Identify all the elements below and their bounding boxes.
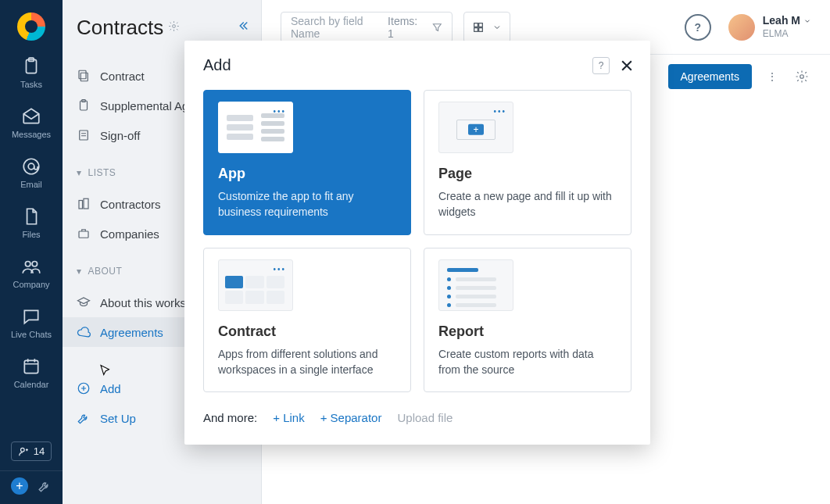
upload-file-button[interactable]: Upload file [397,411,453,424]
person-plus-icon [18,446,29,457]
svg-point-7 [20,448,24,452]
modal-help-button[interactable]: ? [592,57,610,74]
add-separator-button[interactable]: + Separator [320,411,382,424]
calendar-icon [21,356,41,377]
card-title: Page [438,166,617,182]
card-contract[interactable]: ••• Contract Apps from different solutio… [203,248,411,393]
wrench-icon[interactable] [38,479,52,493]
card-title: App [218,166,396,182]
user-name: Leah M [763,14,800,28]
more-menu[interactable]: ⋮ [763,70,782,83]
search-field[interactable]: Search by field Name Items: 1 [281,12,453,43]
avatar [728,14,755,41]
nav-section-label: ABOUT [88,266,123,277]
online-users-badge[interactable]: 14 [11,441,52,461]
layout-switch[interactable] [463,12,510,43]
card-desc: Customize the app to fit any business re… [218,188,396,220]
modal-title: Add [203,56,231,74]
svg-rect-20 [474,27,478,31]
nav-label: About this worksp [100,296,192,309]
rail-label: Company [13,280,49,289]
search-placeholder: Search by field Name [291,15,388,40]
card-desc: Create custom reports with data from the… [438,346,617,378]
at-icon [21,156,41,177]
chevron-down-icon [492,23,502,32]
card-title: Report [438,323,617,340]
workspace-settings-icon[interactable] [168,20,180,34]
svg-rect-16 [79,231,88,238]
rail-calendar[interactable]: Calendar [14,356,49,389]
close-icon[interactable] [619,58,635,73]
report-thumbnail-icon [438,259,513,311]
rail-company[interactable]: Company [13,256,49,289]
page-thumbnail-icon: ••• [438,102,513,153]
card-page[interactable]: ••• Page Create a new page and fill it u… [424,90,631,235]
svg-rect-21 [479,27,483,31]
card-title: Contract [218,323,396,340]
people-icon [21,256,41,277]
rail-label: Messages [12,130,51,139]
envelope-open-icon [21,106,41,127]
rail-label: Email [20,180,42,189]
briefcase-icon [77,227,91,241]
app-logo [17,13,45,41]
modal-header: Add ? [184,41,650,87]
tab-agreements[interactable]: Agreements [668,64,752,89]
rail-label: Tasks [20,80,42,89]
rail-email[interactable]: Email [20,156,42,189]
rail-bottom: + [0,470,63,504]
rail-live-chats[interactable]: Live Chats [11,306,52,339]
rail-label: Calendar [14,380,49,389]
rail-tasks[interactable]: Tasks [20,56,42,89]
rail-files[interactable]: Files [21,206,41,239]
help-button[interactable]: ? [685,14,711,41]
rail-add-button[interactable]: + [11,477,28,495]
svg-point-22 [800,75,804,79]
plus-circle-icon [77,381,91,395]
add-link-button[interactable]: + Link [273,411,304,424]
wrench-icon [77,411,91,425]
badge-count: 14 [34,445,45,457]
user-org: ELMA [763,28,811,40]
chevron-down-icon [803,17,811,25]
view-settings-icon[interactable] [792,70,811,84]
nav-section-label: LISTS [88,167,116,178]
nav-label: Agreements [100,326,163,339]
chevron-down-icon: ▾ [77,167,82,178]
footer-label: And more: [203,411,257,424]
svg-rect-6 [24,360,38,373]
rail-label: Files [22,230,40,239]
workspace-title: Contracts [77,16,163,40]
svg-rect-14 [79,201,83,209]
card-report[interactable]: Report Create custom reports with data f… [424,248,631,393]
clipboard-icon [21,56,41,77]
add-modal: Add ? ••• App Customize the app to fit a… [184,41,650,445]
svg-point-3 [28,163,34,170]
svg-rect-13 [80,130,88,140]
nav-label: Contractors [100,198,161,211]
building-icon [77,197,91,211]
app-thumbnail-icon: ••• [218,102,293,153]
svg-point-2 [23,159,39,174]
contract-thumbnail-icon: ••• [218,259,293,311]
nav-label: Contract [100,70,145,83]
clipboard-icon [77,98,91,113]
svg-point-5 [32,262,38,267]
rail-messages[interactable]: Messages [12,106,51,139]
nav-label: Add [100,382,121,395]
nav-label: Sign-off [100,129,140,142]
card-app[interactable]: ••• App Customize the app to fit any bus… [203,90,411,235]
mouse-cursor-icon [98,364,113,381]
grad-cap-icon [77,295,91,309]
rail-label: Live Chats [11,330,52,339]
collapse-sidebar-button[interactable] [236,19,250,36]
nav-label: Companies [100,227,159,241]
note-icon [77,128,91,142]
user-menu[interactable]: Leah M ELMA [728,14,811,41]
modal-footer: And more: + Link + Separator Upload file [184,392,650,445]
card-desc: Create a new page and fill it up with wi… [438,188,617,220]
chevron-down-icon: ▾ [77,266,82,277]
svg-point-4 [25,262,30,267]
filter-icon[interactable] [431,21,443,34]
items-count: Items: 1 [388,15,424,40]
